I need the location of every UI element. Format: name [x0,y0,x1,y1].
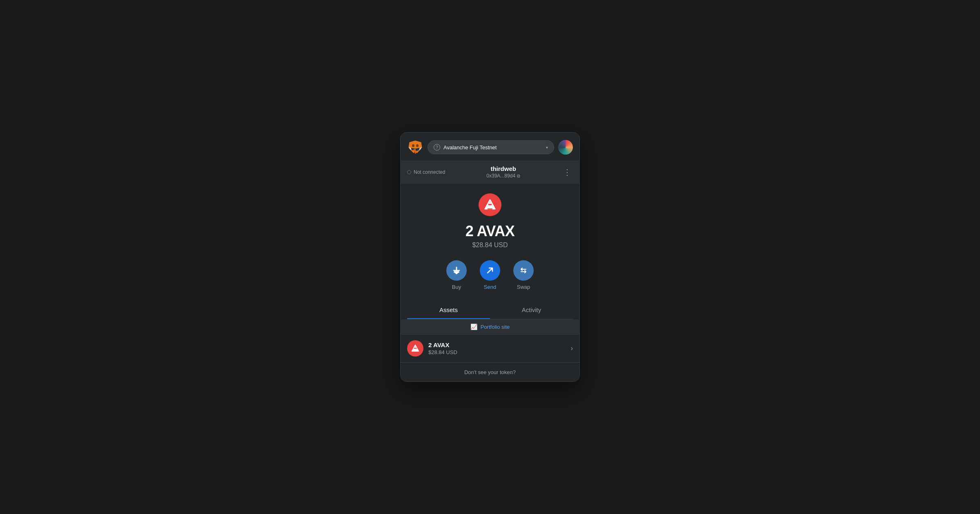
token-icon-container [407,193,573,216]
svg-rect-21 [414,348,417,349]
token-item-name: 2 AVAX [428,341,571,348]
swap-button-circle [513,260,534,281]
network-selector[interactable]: ? Avalanche Fuji Testnet ▾ [428,140,554,154]
buy-button-circle [446,260,467,281]
dont-see-token-text: Don't see your token? [464,369,516,375]
account-address: 0x39A...89d4 ⧉ [486,173,520,179]
more-menu-button[interactable]: ⋮ [561,166,573,179]
balance-section: 2 AVAX $28.84 USD [407,223,573,249]
token-item-chevron-icon: › [571,345,573,352]
wallet-popup: ? Avalanche Fuji Testnet ▾ Not connected… [400,132,580,382]
account-info: thirdweb 0x39A...89d4 ⧉ [486,165,520,179]
token-item-usd: $28.84 USD [428,349,571,355]
network-help-icon: ? [434,144,440,151]
connection-dot-icon [407,170,411,174]
main-content: 2 AVAX $28.84 USD Buy [401,184,579,319]
token-list: 2 AVAX $28.84 USD › [401,335,579,363]
portfolio-bar[interactable]: 📈 Portfolio site [401,319,579,335]
portfolio-icon: 📈 [470,323,477,330]
network-name: Avalanche Fuji Testnet [443,144,543,151]
balance-amount: 2 AVAX [407,223,573,240]
tab-assets[interactable]: Assets [407,301,490,319]
account-name: thirdweb [486,165,520,172]
chevron-down-icon: ▾ [546,145,548,150]
swap-button[interactable]: Swap [513,260,534,290]
copy-address-icon[interactable]: ⧉ [517,173,520,179]
action-buttons: Buy Send Swap [407,260,573,290]
global-menu-icon[interactable] [558,140,573,155]
dont-see-token[interactable]: Don't see your token? [401,363,579,381]
connection-status: Not connected [407,169,445,175]
token-item-avax[interactable]: 2 AVAX $28.84 USD › [401,335,579,363]
balance-usd: $28.84 USD [407,241,573,249]
swap-label: Swap [517,284,530,290]
send-button-circle [480,260,500,281]
metamask-fox-icon [407,139,423,155]
buy-label: Buy [452,284,461,290]
token-item-avax-icon [407,340,423,357]
tabs: Assets Activity [407,301,573,319]
send-button[interactable]: Send [480,260,500,290]
account-bar: Not connected thirdweb 0x39A...89d4 ⧉ ⋮ [401,160,579,184]
header: ? Avalanche Fuji Testnet ▾ [401,133,579,155]
tab-activity[interactable]: Activity [490,301,573,319]
svg-point-14 [416,144,419,147]
buy-button[interactable]: Buy [446,260,467,290]
send-label: Send [484,284,496,290]
token-item-info: 2 AVAX $28.84 USD [428,341,571,355]
svg-point-13 [412,144,414,147]
svg-rect-18 [488,204,492,205]
portfolio-text: Portfolio site [481,324,510,330]
avax-token-icon [479,193,501,216]
